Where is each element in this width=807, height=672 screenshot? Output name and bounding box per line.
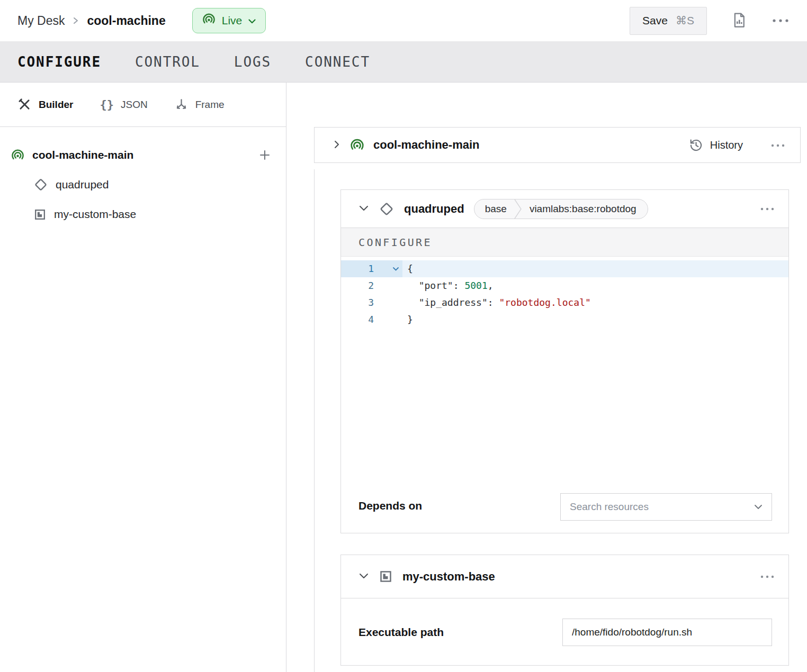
- mode-json-label: JSON: [121, 99, 148, 111]
- depends-on-search-input[interactable]: [570, 501, 754, 513]
- code-line[interactable]: 1{: [341, 260, 788, 277]
- save-button-label: Save: [642, 14, 668, 27]
- tree-item-label: quadruped: [56, 178, 109, 191]
- collapse-my-custom-base-button[interactable]: [358, 573, 369, 581]
- mode-builder[interactable]: Builder: [17, 97, 73, 112]
- ellipsis-icon: [772, 17, 790, 25]
- quadruped-card-title: quadruped: [404, 202, 464, 216]
- history-icon: [689, 138, 703, 152]
- tree-item-label: cool-machine-main: [32, 149, 133, 161]
- machine-status-dropdown[interactable]: Live: [192, 8, 266, 33]
- component-type-badge: base viamlabs:base:robotdog: [474, 199, 648, 219]
- process-steps-icon: [379, 569, 393, 584]
- save-button[interactable]: Save ⌘S: [630, 7, 707, 35]
- tab-logs[interactable]: LOGS: [234, 54, 271, 70]
- my-custom-base-card-title: my-custom-base: [402, 570, 495, 584]
- part-card-menu[interactable]: [770, 141, 785, 149]
- crossed-tools-icon: [17, 97, 32, 112]
- live-status-icon: [202, 12, 216, 29]
- breadcrumb-parent-link[interactable]: My Desk: [17, 14, 65, 28]
- machine-tabs: CONFIGURE CONTROL LOGS CONNECT: [0, 41, 807, 83]
- history-label: History: [710, 139, 743, 151]
- header-actions: Save ⌘S: [630, 7, 790, 35]
- axis-tripod-icon: [174, 97, 189, 112]
- metrics-button[interactable]: [731, 11, 747, 31]
- code-editor[interactable]: 1{2 "port": 5001,3 "ip_address": "robotd…: [341, 257, 788, 487]
- app-window: My Desk cool-machine Live Save ⌘: [0, 0, 807, 672]
- fold-chevron-icon[interactable]: [374, 260, 402, 277]
- curly-braces-icon: {}: [100, 98, 114, 111]
- depends-on-row: Depends on: [341, 487, 788, 533]
- badge-type: base: [485, 203, 507, 215]
- part-card-title: cool-machine-main: [373, 138, 479, 152]
- history-button[interactable]: History: [689, 138, 743, 152]
- expand-part-button[interactable]: [333, 139, 341, 152]
- config-main: cool-machine-main History: [286, 83, 807, 672]
- ellipsis-icon: [760, 205, 775, 213]
- process-steps-icon: [33, 208, 47, 221]
- breadcrumb: My Desk cool-machine: [17, 14, 166, 28]
- badge-divider-chevron: [514, 199, 522, 219]
- tree-item-main-part[interactable]: cool-machine-main: [0, 140, 286, 170]
- code-line[interactable]: 3 "ip_address": "robotdog.local": [341, 294, 788, 311]
- quadruped-card: quadruped base viamlabs:base:robotdog: [340, 189, 789, 533]
- quadruped-card-header: quadruped base viamlabs:base:robotdog: [341, 190, 788, 228]
- top-header: My Desk cool-machine Live Save ⌘: [0, 0, 807, 41]
- content-area: Builder {} JSON: [0, 83, 807, 672]
- tree-item-my-custom-base[interactable]: my-custom-base: [0, 199, 286, 229]
- my-custom-base-card-menu[interactable]: [760, 573, 775, 580]
- configure-section-label: CONFIGURE: [341, 228, 788, 257]
- status-badge-label: Live: [222, 14, 243, 27]
- tab-control[interactable]: CONTROL: [135, 54, 200, 70]
- machine-name: cool-machine: [87, 14, 165, 28]
- code-line[interactable]: 4}: [341, 311, 788, 328]
- line-number: 3: [341, 294, 374, 311]
- line-number: 1: [341, 260, 374, 277]
- executable-path-input[interactable]: [562, 619, 772, 646]
- executable-path-row: Executable path: [341, 598, 788, 666]
- machine-part-icon: [349, 138, 365, 153]
- mode-frame[interactable]: Frame: [174, 97, 225, 112]
- add-component-button[interactable]: [258, 149, 271, 161]
- resource-tree: cool-machine-main quadruped: [0, 127, 286, 229]
- my-custom-base-card-header: my-custom-base: [341, 555, 788, 598]
- depends-on-label: Depends on: [358, 500, 422, 512]
- tree-item-quadruped[interactable]: quadruped: [0, 170, 286, 199]
- chevron-down-icon: [248, 14, 256, 27]
- ellipsis-icon: [760, 573, 775, 580]
- tab-configure[interactable]: CONFIGURE: [17, 54, 101, 70]
- nesting-line: [314, 169, 315, 672]
- chevron-right-icon: [333, 139, 341, 152]
- header-overflow-menu[interactable]: [772, 17, 790, 25]
- code-line[interactable]: 2 "port": 5001,: [341, 277, 788, 294]
- component-diamond-icon: [33, 177, 48, 192]
- mode-builder-label: Builder: [39, 99, 73, 111]
- tab-connect[interactable]: CONNECT: [305, 54, 370, 70]
- config-mode-switcher: Builder {} JSON: [0, 83, 286, 127]
- depends-on-select[interactable]: [560, 493, 772, 521]
- executable-path-label: Executable path: [358, 626, 444, 639]
- chevron-down-icon: [754, 504, 763, 510]
- part-card: cool-machine-main History: [314, 127, 801, 163]
- save-shortcut: ⌘S: [676, 14, 694, 27]
- my-custom-base-card: my-custom-base Executable path: [340, 555, 789, 666]
- chevron-down-icon: [358, 573, 369, 581]
- line-number: 2: [341, 277, 374, 294]
- document-chart-icon: [731, 11, 747, 31]
- machine-part-icon: [11, 148, 25, 162]
- chevron-right-icon: [72, 16, 79, 25]
- chevron-down-icon: [358, 205, 369, 213]
- tree-item-label: my-custom-base: [54, 208, 136, 221]
- collapse-quadruped-button[interactable]: [358, 205, 369, 213]
- line-number: 4: [341, 311, 374, 328]
- component-diamond-icon: [379, 201, 394, 217]
- sidebar: Builder {} JSON: [0, 83, 286, 672]
- badge-model: viamlabs:base:robotdog: [530, 203, 636, 215]
- mode-frame-label: Frame: [195, 99, 225, 111]
- ellipsis-icon: [770, 141, 785, 149]
- quadruped-card-menu[interactable]: [760, 205, 775, 213]
- mode-json[interactable]: {} JSON: [100, 98, 147, 111]
